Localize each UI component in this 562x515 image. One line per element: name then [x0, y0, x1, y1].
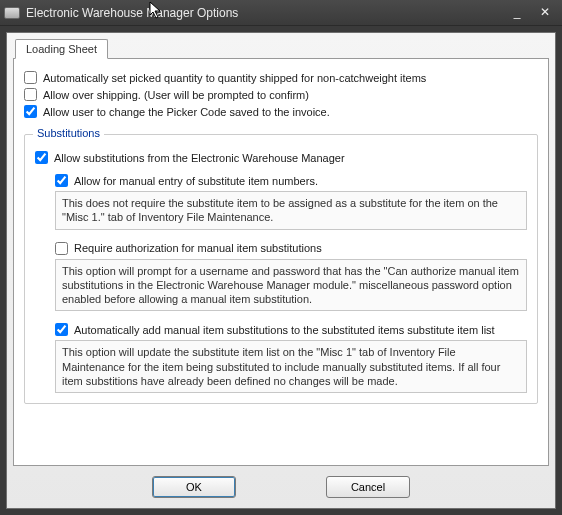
- app-icon: [4, 7, 20, 19]
- client-area: Loading Sheet Automatically set picked q…: [6, 32, 556, 509]
- check-auto-add[interactable]: Automatically add manual item substituti…: [55, 323, 527, 336]
- check-over-ship[interactable]: Allow over shipping. (User will be promp…: [24, 88, 538, 101]
- check-auto-qty[interactable]: Automatically set picked quantity to qua…: [24, 71, 538, 84]
- require-auth-desc: This option will prompt for a username a…: [55, 259, 527, 312]
- check-over-ship-label: Allow over shipping. (User will be promp…: [43, 89, 309, 101]
- tab-page: Automatically set picked quantity to qua…: [13, 58, 549, 466]
- tab-loading-sheet[interactable]: Loading Sheet: [15, 39, 108, 59]
- check-picker-code-box[interactable]: [24, 105, 37, 118]
- window-title: Electronic Warehouse Manager Options: [26, 6, 502, 20]
- substitutions-legend: Substitutions: [33, 127, 104, 139]
- ok-button[interactable]: OK: [152, 476, 236, 498]
- titlebar[interactable]: Electronic Warehouse Manager Options _ ✕: [0, 0, 562, 26]
- check-auto-qty-label: Automatically set picked quantity to qua…: [43, 72, 426, 84]
- check-manual-entry-label: Allow for manual entry of substitute ite…: [74, 175, 318, 187]
- check-auto-add-box[interactable]: [55, 323, 68, 336]
- check-picker-code[interactable]: Allow user to change the Picker Code sav…: [24, 105, 538, 118]
- check-auto-add-label: Automatically add manual item substituti…: [74, 324, 495, 336]
- check-require-auth-label: Require authorization for manual item su…: [74, 242, 322, 254]
- minimize-button[interactable]: _: [504, 4, 530, 22]
- check-picker-code-label: Allow user to change the Picker Code sav…: [43, 106, 330, 118]
- cancel-button[interactable]: Cancel: [326, 476, 410, 498]
- substitutions-group: Substitutions Allow substitutions from t…: [24, 134, 538, 404]
- auto-add-desc: This option will update the substitute i…: [55, 340, 527, 393]
- check-allow-subs-box[interactable]: [35, 151, 48, 164]
- tabstrip: Loading Sheet: [13, 39, 549, 59]
- check-allow-subs[interactable]: Allow substitutions from the Electronic …: [35, 151, 527, 164]
- options-window: Electronic Warehouse Manager Options _ ✕…: [0, 0, 562, 515]
- check-allow-subs-label: Allow substitutions from the Electronic …: [54, 152, 345, 164]
- check-manual-entry-box[interactable]: [55, 174, 68, 187]
- buttonbar: OK Cancel: [13, 466, 549, 498]
- check-require-auth-box[interactable]: [55, 242, 68, 255]
- check-auto-qty-box[interactable]: [24, 71, 37, 84]
- check-manual-entry[interactable]: Allow for manual entry of substitute ite…: [55, 174, 527, 187]
- check-require-auth[interactable]: Require authorization for manual item su…: [55, 242, 527, 255]
- manual-entry-desc: This does not require the substitute ite…: [55, 191, 527, 230]
- check-over-ship-box[interactable]: [24, 88, 37, 101]
- close-button[interactable]: ✕: [532, 4, 558, 22]
